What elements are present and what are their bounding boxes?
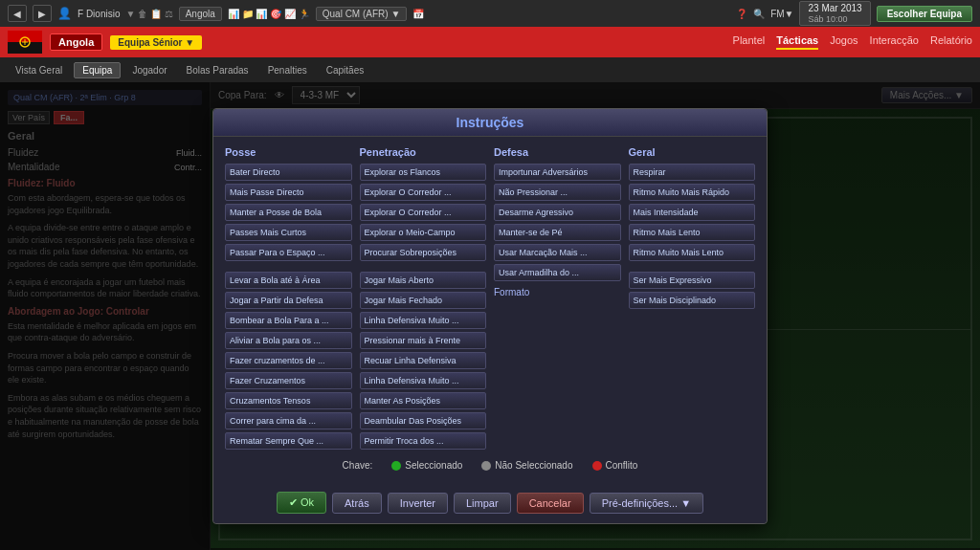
btn-passar-espaco[interactable]: Passar Para o Espaço ... [225,244,352,261]
btn-levar-bola[interactable]: Levar a Bola até à Área [225,272,352,289]
btn-explorar-corredor2[interactable]: Explorar O Corredor ... [360,204,487,221]
btn-manter-posicoes[interactable]: Manter As Posições [360,392,487,409]
btn-ritmo-lento[interactable]: Ritmo Mais Lento [629,224,756,241]
col-defesa-header: Defesa [494,146,621,158]
legend-not-selected: Não Seleccionado [481,460,572,471]
subnav-bolas-paradas[interactable]: Bolas Paradas [179,63,256,77]
manager-icon: 👤 [57,7,72,20]
btn-manter-posse[interactable]: Manter a Posse de Bola [225,204,352,221]
btn-mais-passe-directo[interactable]: Mais Passe Directo [225,184,352,201]
btn-deambular[interactable]: Deambular Das Posições [360,412,487,429]
subnav-equipa[interactable]: Equipa [74,62,121,78]
col-geral: Geral Respirar Ritmo Muito Mais Rápido M… [629,146,756,452]
modal-title: Instruções [213,109,767,137]
btn-fazer-cruzamentos-de[interactable]: Fazer cruzamentos de ... [225,352,352,369]
selected-dot [391,461,401,471]
clear-button[interactable]: Limpar [454,493,511,514]
top-bar: ◀ ▶ 👤 F Dionisio ▼ 🗑 📋 ⚖ Angola 📊 📁 📊 🎯 … [0,0,980,27]
subnav-penalties[interactable]: Penalties [260,63,315,77]
subnav-capitaes[interactable]: Capitães [319,63,371,77]
conflict-dot [592,461,602,471]
btn-usar-armadilha[interactable]: Usar Armadilha do ... [494,264,621,281]
nav-relatorio[interactable]: Relatório [930,34,972,50]
nav-tacticas[interactable]: Tácticas [776,34,818,50]
btn-nao-pressionar[interactable]: Não Pressionar ... [494,184,621,201]
col-posse-header: Posse [225,146,352,158]
btn-fazer-cruzamentos[interactable]: Fazer Cruzamentos [225,372,352,389]
btn-bater-directo[interactable]: Bater Directo [225,164,352,181]
btn-linha-def-muito1[interactable]: Linha Defensiva Muito ... [360,312,487,329]
btn-ritmo-muito-lento[interactable]: Ritmo Muito Mais Lento [629,244,756,261]
btn-cruzamentos-tensos[interactable]: Cruzamentos Tensos [225,392,352,409]
manager-controls: ▼ 🗑 📋 ⚖ [125,9,172,19]
btn-passes-curtos[interactable]: Passes Mais Curtos [225,224,352,241]
not-selected-dot [481,461,491,471]
btn-ser-disciplinado[interactable]: Ser Mais Disciplinado [629,292,756,309]
btn-aliviar-bola[interactable]: Aliviar a Bola para os ... [225,332,352,349]
search-icon[interactable]: 🔍 [753,9,765,19]
col-penetracao-header: Penetração [360,146,487,158]
btn-manter-pe[interactable]: Manter-se de Pé [494,224,621,241]
col-defesa: Defesa Importunar Adversários Não Pressi… [494,146,621,452]
btn-mais-intensidade[interactable]: Mais Intensidade [629,204,756,221]
header-nav-links: Plantel Tácticas Jogos Interacção Relató… [733,34,972,50]
btn-explorar-flancos[interactable]: Explorar os Flancos [360,164,487,181]
subnav-jogador[interactable]: Jogador [124,63,174,77]
help-icon[interactable]: ❓ [736,9,747,19]
legend-conflict: Conflito [592,460,638,471]
legend-chave: Chave: [343,460,373,471]
invert-button[interactable]: Inverter [388,493,448,514]
modal-columns: Posse Bater Directo Mais Passe Directo M… [225,146,755,452]
btn-linha-def-muito2[interactable]: Linha Defensiva Muito ... [360,372,487,389]
header-nav: Angola Equipa Sénior ▼ Plantel Tácticas … [0,27,980,57]
btn-permitir-troca[interactable]: Permitir Troca dos ... [360,432,487,450]
ok-button[interactable]: ✔ Ok [277,492,326,514]
btn-jogar-aberto[interactable]: Jogar Mais Aberto [360,272,487,289]
date-display: 23 Mar 2013 Sáb 10:00 [799,1,870,26]
top-bar-right: ❓ 🔍 FM▼ 23 Mar 2013 Sáb 10:00 Escolher E… [736,1,972,26]
top-bar-left: ◀ ▶ 👤 F Dionisio ▼ 🗑 📋 ⚖ Angola 📊 📁 📊 🎯 … [8,5,424,22]
legend-selected: Seleccionado [391,460,462,471]
btn-ritmo-rapido[interactable]: Ritmo Muito Mais Rápido [629,184,756,201]
btn-jogar-defesa[interactable]: Jogar a Partir da Defesa [225,292,352,309]
back-button[interactable]: Atrás [332,493,382,514]
cancel-button[interactable]: Cancelar [517,493,584,514]
manager-name: F Dionisio [78,9,120,19]
subnav-vista-geral[interactable]: Vista Geral [8,63,70,77]
btn-jogar-fechado[interactable]: Jogar Mais Fechado [360,292,487,309]
sub-nav: Vista Geral Equipa Jogador Bolas Paradas… [0,57,980,82]
btn-procurar-sobreposicoes[interactable]: Procurar Sobreposições [360,244,487,261]
instrucoes-modal: Instruções Posse Bater Directo Mais Pass… [212,108,768,524]
main-content: Qual CM (AFR) · 2ª Elim · Grp 8 Ver País… [0,82,980,550]
country-flag [8,31,42,54]
btn-explorar-corredor1[interactable]: Explorar O Corredor ... [360,184,487,201]
btn-ser-expressivo[interactable]: Ser Mais Expressivo [629,272,756,289]
modal-overlay: Instruções Posse Bater Directo Mais Pass… [0,82,980,550]
btn-pressionar-frente[interactable]: Pressionar mais à Frente [360,332,487,349]
qual-button[interactable]: Qual CM (AFR) ▼ [316,7,408,21]
btn-correr-cima[interactable]: Correr para cima da ... [225,412,352,429]
btn-usar-marcacao[interactable]: Usar Marcação Mais ... [494,244,621,261]
btn-rematar[interactable]: Rematar Sempre Que ... [225,432,352,450]
col-geral-header: Geral [629,146,756,158]
btn-respirar[interactable]: Respirar [629,164,756,181]
nav-jogos[interactable]: Jogos [830,34,858,50]
nav-forward-button[interactable]: ▶ [33,5,52,22]
btn-recuar-linha[interactable]: Recuar Linha Defensiva [360,352,487,369]
nav-interaccao[interactable]: Interacção [870,34,919,50]
btn-desarme-agressivo[interactable]: Desarme Agressivo [494,204,621,221]
fm-menu[interactable]: FM▼ [770,9,793,19]
modal-footer: ✔ Ok Atrás Inverter Limpar Cancelar Pré-… [213,486,767,523]
btn-explorar-meio[interactable]: Explorar o Meio-Campo [360,224,487,241]
btn-importunar[interactable]: Importunar Adversários [494,164,621,181]
col-penetracao: Penetração Explorar os Flancos Explorar … [360,146,487,452]
nav-plantel[interactable]: Plantel [733,34,766,50]
btn-bombear-bola[interactable]: Bombear a Bola Para a ... [225,312,352,329]
choose-team-button[interactable]: Escolher Equipa [877,6,972,22]
modal-body: Posse Bater Directo Mais Passe Directo M… [213,137,767,486]
predef-button[interactable]: Pré-definições... ▼ [590,493,703,514]
formato-header: Formato [494,287,621,297]
nav-back-button[interactable]: ◀ [8,5,27,22]
country-button[interactable]: Angola [179,7,222,21]
team-type-badge: Equipa Sénior ▼ [110,35,202,50]
